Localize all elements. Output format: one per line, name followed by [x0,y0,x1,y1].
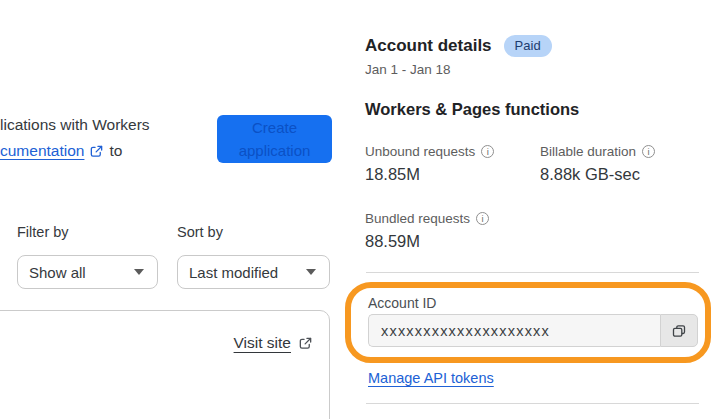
intro-line-1: lications with Workers [0,112,215,138]
manage-api-tokens-link[interactable]: Manage API tokens [368,370,494,386]
stat-value: 88.59M [365,232,535,251]
stat-billable-duration: Billable duration 8.88k GB-sec [540,144,710,184]
external-link-icon [298,336,313,351]
create-application-button[interactable]: Create application [217,115,332,163]
sort-dropdown-value: Last modified [189,264,278,281]
copy-account-id-button[interactable] [660,314,698,347]
sort-dropdown[interactable]: Last modified [177,255,330,289]
stat-unbound-requests: Unbound requests 18.85M [365,144,535,184]
account-id-input[interactable] [368,314,660,347]
sort-by-label: Sort by [177,224,223,240]
account-id-label: Account ID [368,295,436,311]
chevron-down-icon [134,269,144,275]
external-link-icon [89,144,104,159]
paid-badge: Paid [504,35,552,57]
chevron-down-icon [306,269,316,275]
filter-dropdown-value: Show all [29,264,86,281]
stat-value: 18.85M [365,165,535,184]
date-range: Jan 1 - Jan 18 [365,62,451,77]
filter-dropdown[interactable]: Show all [17,255,158,289]
stat-label: Bundled requests [365,211,470,226]
copy-icon [671,323,687,339]
account-details-title: Account details [365,36,492,56]
stat-label: Unbound requests [365,144,475,159]
divider [366,272,699,273]
account-id-field-group [368,314,698,347]
visit-site-link[interactable]: Visit site [234,334,291,352]
info-icon[interactable] [476,212,489,225]
divider [366,403,699,404]
intro-line-2-suffix: to [109,138,122,164]
stat-label: Billable duration [540,144,636,159]
intro-text: lications with Workers cumentation to [0,112,215,164]
info-icon[interactable] [481,145,494,158]
stat-bundled-requests: Bundled requests 88.59M [365,211,535,251]
filter-by-label: Filter by [17,224,69,240]
documentation-link[interactable]: cumentation [0,138,84,164]
info-icon[interactable] [642,145,655,158]
stat-value: 8.88k GB-sec [540,165,710,184]
functions-section-title: Workers & Pages functions [365,100,579,119]
project-card: Visit site [0,310,330,419]
